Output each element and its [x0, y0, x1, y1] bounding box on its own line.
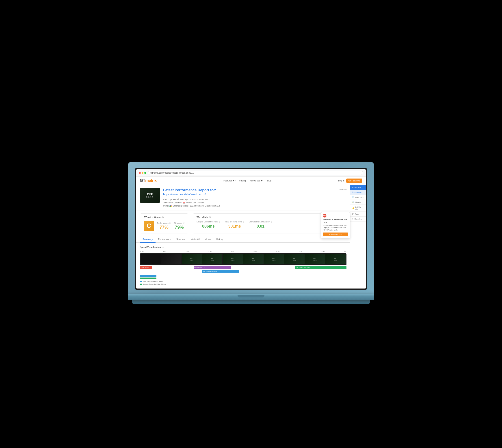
frame-4: OFFROAD — [223, 254, 243, 264]
report-url[interactable]: https://www.coastaloffroad.co.nz/ — [163, 193, 339, 196]
timeline-markers: TTFB: 600ms Onload Time: 2.3s Time to In… — [140, 266, 347, 274]
onload-marker: Onload Time: 2.3s — [194, 266, 231, 269]
download-label: Downloa... — [354, 218, 363, 220]
tags-button[interactable]: 🏷 Tags — [350, 212, 366, 217]
monitor-icon: 📊 — [352, 201, 354, 203]
get-started-button[interactable]: Get Started — [346, 178, 362, 183]
maximize-dot[interactable] — [144, 172, 146, 174]
adblock-logo: ABP — [323, 214, 327, 218]
performance-info-icon[interactable]: ⓘ — [169, 222, 171, 224]
main-content: OFF ROAD Latest Performance Report for: … — [136, 185, 366, 288]
frame-5: OFFROAD — [243, 254, 264, 264]
generated-label: Report generated: — [163, 198, 180, 200]
frame-3: OFFROAD — [202, 254, 222, 264]
share-icon: ⎋ — [345, 188, 347, 191]
setup-alerts-button[interactable]: 🔔 Set Up Al... — [350, 205, 366, 212]
ttfb-marker: TTFB: 600ms — [140, 266, 152, 269]
structure-info-icon[interactable]: ⓘ — [183, 222, 184, 224]
share-button[interactable]: Share ⎋ — [339, 188, 347, 191]
frame-6: OFFROAD — [264, 254, 284, 264]
frame-5-text: OFFROAD — [252, 258, 255, 261]
speed-viz-info-icon[interactable]: ⓘ — [162, 245, 164, 249]
frame-2: OFFROAD — [182, 254, 202, 264]
laptop-wrapper: gtmetrix.com/reports/coastaloffroad.co.n… — [128, 162, 374, 304]
tab-structure[interactable]: Structure — [174, 236, 188, 243]
nav-pricing[interactable]: Pricing — [239, 179, 246, 182]
tbt-label: Total Blocking Time ⓘ — [225, 221, 244, 223]
fully-loaded-marker: Fully Loaded Time: 9.0s — [295, 266, 347, 269]
grade-info-icon[interactable]: ⓘ — [162, 216, 164, 219]
tab-video[interactable]: Video — [202, 236, 213, 243]
tab-history[interactable]: History — [213, 236, 226, 243]
adblock-popup: ABP Block ads & trackers on this page En… — [321, 212, 350, 238]
create-account-button[interactable]: Create account — [323, 233, 348, 236]
report-info: Latest Performance Report for: https://w… — [160, 188, 339, 208]
cls-metric: Cumulative Layout Shift ⓘ 0.01 — [249, 221, 272, 229]
timeline-container: 0.3s 1.6s 2.7s 3.0s 4.5s 5.4s 6.3s 7.2s … — [140, 250, 347, 286]
lcp-bars — [140, 275, 347, 280]
using-value: Chrome (Desktop) 103.0.5060.134, Lightho… — [173, 205, 220, 207]
nav-features[interactable]: Features ▾ — [223, 179, 235, 182]
alerts-icon: 🔔 — [352, 207, 354, 209]
nav-resources[interactable]: Resources ▾ — [250, 179, 263, 182]
laptop-screen-outer: gtmetrix.com/reports/coastaloffroad.co.n… — [135, 168, 367, 290]
adblock-logo-text: ABP — [323, 215, 327, 217]
report-meta: Report generated: Mon, Apr 17, 2023 6:54… — [163, 198, 339, 208]
vitals-info-icon[interactable]: ⓘ — [209, 216, 211, 219]
ttfb-label: TTFB: 600ms — [140, 267, 149, 268]
frame-7: OFFROAD — [284, 254, 304, 264]
laptop-foot — [132, 300, 370, 304]
retest-button[interactable]: ↺ Re-Test — [350, 185, 366, 190]
page-speed-button[interactable]: 📄 Page Sp... — [350, 195, 366, 200]
page-speed-label: Page Sp... — [355, 196, 364, 198]
performance-value: 77% — [157, 225, 171, 230]
tab-performance[interactable]: Performance — [155, 236, 174, 243]
tab-waterfall[interactable]: Waterfall — [188, 236, 202, 243]
vitals-title-text: Web Vitals — [197, 216, 208, 219]
laptop-base — [128, 294, 374, 300]
time-6: 6.3s — [276, 250, 280, 253]
minimize-dot[interactable] — [142, 172, 143, 174]
retest-icon: ↺ — [352, 186, 354, 188]
address-bar[interactable]: gtmetrix.com/reports/coastaloffroad.co.n… — [148, 171, 363, 175]
frame-1 — [161, 254, 182, 264]
tbt-metric: Total Blocking Time ⓘ 301ms — [225, 221, 244, 229]
lcp-color — [140, 284, 142, 285]
compare-label: Compare — [354, 191, 362, 193]
page-speed-icon: 📄 — [352, 196, 354, 198]
compare-button[interactable]: ⊞ Compare — [350, 190, 366, 195]
fully-loaded-label: Fully Loaded Time: 9.0s — [296, 267, 310, 268]
speed-viz-title: Speed Visualization ⓘ — [140, 245, 347, 249]
close-dot[interactable] — [139, 172, 141, 174]
monitor-label: Monitor — [355, 201, 361, 203]
lcp-bar — [140, 277, 156, 279]
filmstrip: OFFROAD OFFROAD OFFROAD OF — [140, 253, 347, 265]
tags-label: Tags — [355, 213, 359, 215]
grade-letter: C — [144, 221, 154, 231]
frame-3-text: OFFROAD — [211, 258, 214, 261]
frame-9-text: OFFROAD — [334, 258, 337, 261]
onload-label: Onload Time: 2.3s — [194, 267, 205, 268]
tti-label: Time to Interactive: 2.9s — [202, 271, 217, 272]
frame-4-text: OFFROAD — [231, 258, 235, 261]
adblock-description: Enable AdBlock to see how this page perf… — [323, 224, 348, 231]
site-thumbnail: OFF ROAD — [140, 188, 160, 203]
lcp-metric: Largest Contentful Paint ⓘ 886ms — [197, 221, 220, 229]
grade-metrics: Performance ⓘ 77% Structure — [157, 222, 184, 230]
download-button[interactable]: ⬇ Downloa... — [350, 217, 366, 222]
structure-metric: Structure ⓘ 79% — [174, 222, 185, 230]
site-header: GTmetrix Features ▾ Pricing Resources ▾ … — [136, 176, 366, 185]
fcp-label: First Contentful Paint: 886ms — [143, 280, 163, 283]
report-header: OFF ROAD Latest Performance Report for: … — [136, 185, 350, 211]
server-label: Test Server Location: — [163, 202, 182, 204]
main-nav: Features ▾ Pricing Resources ▾ Blog — [223, 179, 271, 182]
nav-blog[interactable]: Blog — [267, 179, 271, 182]
grade-title: GTmetrix Grade ⓘ — [144, 216, 184, 219]
thumbnail-text: OFF ROAD — [146, 193, 154, 198]
tab-summary[interactable]: Summary — [140, 236, 155, 243]
monitor-button[interactable]: 📊 Monitor — [350, 200, 366, 205]
login-button[interactable]: Log In — [338, 179, 344, 182]
download-icon: ⬇ — [352, 218, 354, 220]
logo-gt: GT — [140, 178, 145, 183]
frame-2-text: OFFROAD — [190, 258, 194, 261]
